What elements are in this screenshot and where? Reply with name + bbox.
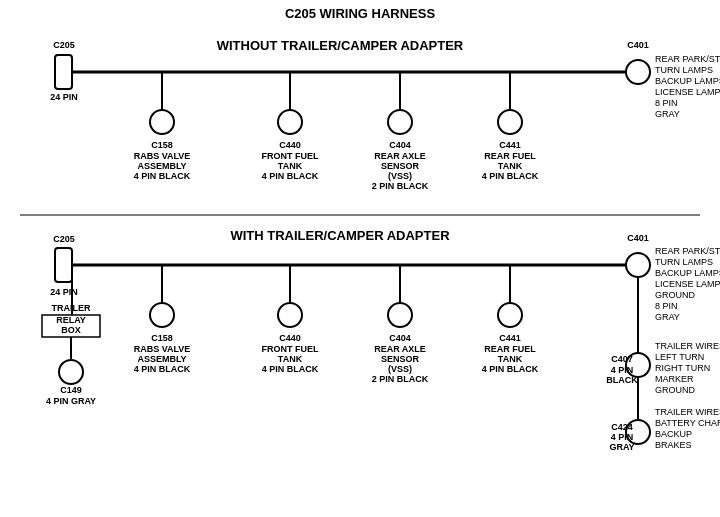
s1-c404-id: C404 (389, 140, 411, 150)
s2-c404-l3: (VSS) (388, 364, 412, 374)
s2-trailer-relay-label3: BOX (61, 325, 81, 335)
svg-point-10 (498, 110, 522, 134)
section1-title: WITHOUT TRAILER/CAMPER ADAPTER (217, 38, 464, 53)
s1-c440-l1: FRONT FUEL (262, 151, 319, 161)
s2-right-color: GRAY (655, 312, 680, 322)
s1-right-id: C401 (627, 40, 649, 50)
s1-c158-l2: ASSEMBLY (137, 161, 186, 171)
s2-c441-l1: REAR FUEL (484, 344, 536, 354)
s1-c158-id: C158 (151, 140, 173, 150)
s2-c440-l3: 4 PIN BLACK (262, 364, 319, 374)
s1-right-desc1: REAR PARK/STOP (655, 54, 720, 64)
s2-c407-id: C407 (611, 354, 633, 364)
s1-c440-l2: TANK (278, 161, 303, 171)
s2-c440-l1: FRONT FUEL (262, 344, 319, 354)
s2-c407-desc2: LEFT TURN (655, 352, 704, 362)
s2-right-desc3: BACKUP LAMPS (655, 268, 720, 278)
s2-trailer-relay-label2: RELAY (56, 315, 86, 325)
s2-c158-l2: ASSEMBLY (137, 354, 186, 364)
s2-c424-desc1: TRAILER WIRES (655, 407, 720, 417)
s2-c441-l2: TANK (498, 354, 523, 364)
s1-c441-id: C441 (499, 140, 521, 150)
s2-c440-l2: TANK (278, 354, 303, 364)
s2-c407-desc3: RIGHT TURN (655, 363, 710, 373)
s1-left-id: C205 (53, 40, 75, 50)
s2-c407-desc5: GROUND (655, 385, 695, 395)
s2-c424-desc4: BRAKES (655, 440, 692, 450)
svg-point-31 (498, 303, 522, 327)
s1-c440-id: C440 (279, 140, 301, 150)
s1-right-desc4: LICENSE LAMPS (655, 87, 720, 97)
s2-c441-id: C441 (499, 333, 521, 343)
s2-right-desc2: TURN LAMPS (655, 257, 713, 267)
s2-trailer-relay-label1: TRAILER (52, 303, 91, 313)
s1-right-pin: 8 PIN (655, 98, 678, 108)
s1-c158-l3: 4 PIN BLACK (134, 171, 191, 181)
s2-c404-l4: 2 PIN BLACK (372, 374, 429, 384)
s2-c149-id: C149 (60, 385, 82, 395)
svg-point-27 (278, 303, 302, 327)
svg-point-18 (626, 253, 650, 277)
s1-c404-l4: 2 PIN BLACK (372, 181, 429, 191)
s1-c404-l2: SENSOR (381, 161, 420, 171)
diagram-container: C205 WIRING HARNESS WITHOUT TRAILER/CAMP… (0, 0, 720, 517)
s2-c404-id: C404 (389, 333, 411, 343)
s1-c441-l2: TANK (498, 161, 523, 171)
svg-rect-13 (55, 248, 72, 282)
svg-point-17 (59, 360, 83, 384)
s1-c441-l3: 4 PIN BLACK (482, 171, 539, 181)
s2-right-desc4: LICENSE LAMPS (655, 279, 720, 289)
s1-right-desc2: TURN LAMPS (655, 65, 713, 75)
svg-rect-1 (55, 55, 72, 89)
s2-c424-id: C424 (611, 422, 633, 432)
s2-c158-id: C158 (151, 333, 173, 343)
s2-c158-l1: RABS VALVE (134, 344, 191, 354)
s2-c407-color: BLACK (606, 375, 638, 385)
svg-point-2 (626, 60, 650, 84)
s2-c407-pin: 4 PIN (611, 365, 634, 375)
s2-c149-pin: 4 PIN GRAY (46, 396, 96, 406)
s1-c404-l3: (VSS) (388, 171, 412, 181)
s1-c158-l1: RABS VALVE (134, 151, 191, 161)
s1-left-pin: 24 PIN (50, 92, 78, 102)
s2-c441-l3: 4 PIN BLACK (482, 364, 539, 374)
s1-c404-l1: REAR AXLE (374, 151, 426, 161)
s2-left-pin: 24 PIN (50, 287, 78, 297)
s2-c404-l1: REAR AXLE (374, 344, 426, 354)
s2-left-id: C205 (53, 234, 75, 244)
s2-c407-desc4: MARKER (655, 374, 694, 384)
svg-point-29 (388, 303, 412, 327)
s2-right-id: C401 (627, 233, 649, 243)
s2-c424-desc3: BACKUP (655, 429, 692, 439)
s1-right-desc3: BACKUP LAMPS (655, 76, 720, 86)
s2-c424-color: GRAY (609, 442, 634, 452)
svg-point-25 (150, 303, 174, 327)
s1-c440-l3: 4 PIN BLACK (262, 171, 319, 181)
s2-right-desc1: REAR PARK/STOP (655, 246, 720, 256)
s2-right-pin: 8 PIN (655, 301, 678, 311)
svg-point-8 (388, 110, 412, 134)
svg-point-4 (150, 110, 174, 134)
s2-c424-desc2: BATTERY CHARGE (655, 418, 720, 428)
svg-point-6 (278, 110, 302, 134)
s2-c158-l3: 4 PIN BLACK (134, 364, 191, 374)
section2-title: WITH TRAILER/CAMPER ADAPTER (230, 228, 450, 243)
s2-c440-id: C440 (279, 333, 301, 343)
s2-right-desc5: GROUND (655, 290, 695, 300)
s1-c441-l1: REAR FUEL (484, 151, 536, 161)
page-title: C205 WIRING HARNESS (285, 6, 436, 21)
s1-right-color: GRAY (655, 109, 680, 119)
s2-c407-desc1: TRAILER WIRES (655, 341, 720, 351)
s2-c424-pin: 4 PIN (611, 432, 634, 442)
s2-c404-l2: SENSOR (381, 354, 420, 364)
